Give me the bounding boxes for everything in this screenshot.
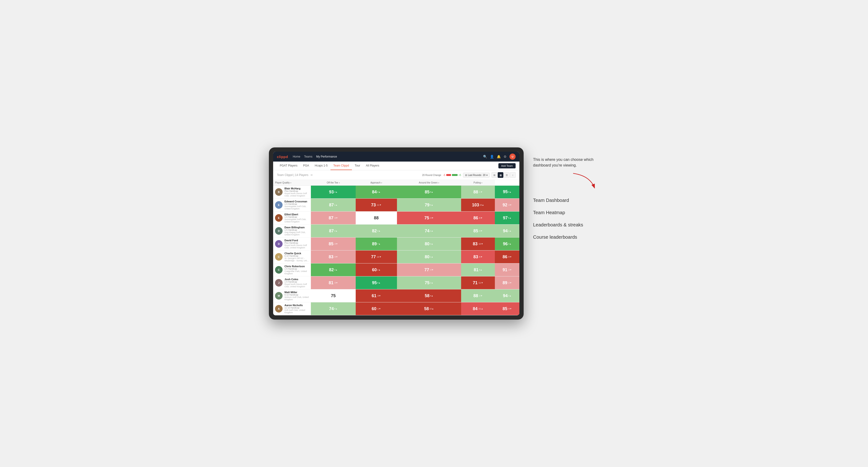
score-cell-0-2: 858▲ [397, 186, 461, 198]
score-cell-6-1: 602▲ [356, 263, 397, 276]
bell-icon[interactable]: 🔔 [497, 155, 501, 158]
score-cell-4-4: 963▲ [495, 238, 519, 250]
team-title: Team Clippd | 14 Players [277, 173, 308, 177]
score-cell-7-4: 89-2▼ [495, 276, 519, 289]
score-cell-6-3: 814▲ [461, 263, 495, 276]
table-row: JJosh Coles1-5 HandicapRoyal North Devon… [273, 276, 519, 289]
edit-icon[interactable]: ✏ [311, 174, 313, 177]
score-value: 81 [329, 280, 333, 285]
score-change: -21▲ [478, 308, 483, 310]
player-name: Chris Robertson [284, 265, 309, 268]
score-change: -8▼ [508, 256, 512, 258]
avatar: E [275, 214, 283, 222]
score-change: 5▲ [508, 217, 512, 219]
player-cell-8[interactable]: MMatt Miller6-10 HandicapWoburn Golf Clu… [273, 289, 311, 302]
tab-tour[interactable]: Tour [352, 161, 363, 170]
score-cell-5-4: 86-8▼ [495, 250, 519, 263]
score-value: 74 [425, 228, 430, 234]
score-change: 1▲ [508, 230, 512, 232]
score-change: 3▲ [508, 294, 512, 297]
sub-nav: PGAT Players PGA Hcaps 1-5 Team Clippd T… [273, 161, 519, 170]
col-around-green[interactable]: Around the Green ▾ [397, 180, 461, 186]
score-value: 77 [371, 254, 376, 259]
avatar: A [275, 305, 283, 312]
last-rounds-button[interactable]: ⊟ Last Rounds: 20 ▾ [463, 173, 490, 178]
col-off-tee[interactable]: Off the Tee ▾ [311, 180, 356, 186]
score-cell-3-2: 741▲ [397, 224, 461, 238]
score-value: 85 [503, 306, 507, 311]
score-cell-3-0: 874▲ [311, 224, 356, 238]
score-value: 86 [503, 254, 507, 259]
score-change: 3▲ [508, 243, 512, 245]
profile-icon[interactable]: 👤 [490, 155, 494, 158]
score-change: -4▼ [508, 308, 512, 310]
nav-teams[interactable]: Teams [304, 154, 312, 159]
score-value: 58 [424, 306, 429, 311]
page-wrapper: clippd Home Teams My Performance 🔍 👤 🔔 ⚙… [269, 148, 599, 319]
score-value: 82 [329, 268, 334, 272]
heatmap-view-button[interactable]: ▦ [498, 172, 503, 178]
neg-label: -5 [443, 174, 445, 177]
tab-team-clippd[interactable]: Team Clippd [331, 161, 352, 170]
score-change: 4▲ [334, 230, 338, 232]
score-cell-8-3: 88-2▼ [461, 289, 495, 302]
score-change: -6▼ [478, 217, 483, 219]
player-cell-1[interactable]: EEdward Crossman1-5 HandicapSunningdale … [273, 198, 311, 212]
add-team-button[interactable]: Add Team [498, 163, 516, 168]
avatar: C [275, 253, 283, 261]
score-change: -3▼ [508, 269, 512, 271]
player-info: Josh Coles1-5 HandicapRoyal North Devon … [284, 278, 309, 288]
avatar: C [275, 266, 283, 274]
player-cell-7[interactable]: JJosh Coles1-5 HandicapRoyal North Devon… [273, 276, 311, 289]
nav-home[interactable]: Home [293, 154, 300, 159]
player-cell-5[interactable]: CCharlie Quick6-10 HandicapSt. George's … [273, 250, 311, 263]
score-cell-7-3: 71-11▼ [461, 276, 495, 289]
search-icon[interactable]: 🔍 [483, 155, 487, 158]
score-cell-6-0: 823▲ [311, 263, 356, 276]
player-cell-3[interactable]: DDave Billingham1-5 HandicapGog Magog Go… [273, 224, 311, 238]
col-player-quality[interactable]: Player Quality ▾ [273, 180, 311, 186]
settings-icon[interactable]: ⚙ [503, 155, 507, 158]
list-view-button[interactable]: ☰ [504, 172, 509, 178]
score-change: -3▼ [334, 256, 338, 258]
player-handicap: 6-10 Handicap [284, 255, 309, 257]
col-approach[interactable]: Approach ▾ [356, 180, 397, 186]
player-cell-2[interactable]: EElliot Ebert1-5 HandicapSunningdale Gol… [273, 212, 311, 224]
player-name: David Ford [284, 239, 309, 242]
player-cell-9[interactable]: AAaron Nicholls11-15 HandicapDrift Golf … [273, 302, 311, 315]
player-name: Dave Billingham [284, 226, 309, 229]
col-putting[interactable]: Putting ▾ [461, 180, 495, 186]
score-change: -3▼ [377, 294, 381, 297]
player-club: Gog Magog Golf Club, United Kingdom [284, 231, 309, 236]
score-cell-8-2: 584▲ [397, 289, 461, 302]
score-value: 80 [425, 254, 430, 259]
score-change: -2▼ [508, 282, 512, 284]
score-value: 103 [472, 203, 479, 208]
player-cell-4[interactable]: DDavid FordPlus HandicapRoyal North Devo… [273, 238, 311, 250]
tab-all-players[interactable]: All Players [363, 161, 382, 170]
avatar[interactable]: U [509, 154, 516, 160]
tab-pgat-players[interactable]: PGAT Players [277, 161, 300, 170]
score-change: -14▼ [376, 256, 381, 258]
tab-pga[interactable]: PGA [300, 161, 312, 170]
score-value: 94 [503, 228, 507, 234]
score-value: 84 [473, 306, 478, 311]
table-header-row: Player Quality ▾ Off the Tee ▾ Approach … [273, 180, 519, 186]
annotation-tooltip: This is where you can choose which dashb… [533, 157, 599, 190]
score-value: 85 [473, 228, 478, 234]
score-cell-4-1: 897▲ [356, 238, 397, 250]
score-change: -11▼ [376, 204, 381, 206]
player-cell-0[interactable]: BBlair McHargPlus HandicapRoyal North De… [273, 186, 311, 198]
score-change: 1▲ [430, 256, 433, 258]
score-change: -3▼ [478, 230, 483, 232]
filter-button[interactable]: ↕ [510, 172, 516, 178]
player-club: Sunningdale Golf Club, United Kingdom [284, 205, 309, 210]
score-change: 2▲ [377, 269, 380, 271]
score-value: 87 [329, 228, 334, 234]
nav-my-performance[interactable]: My Performance [316, 154, 337, 159]
tab-hcaps[interactable]: Hcaps 1-5 [312, 161, 331, 170]
player-cell-6[interactable]: CChris Robertson1-5 HandicapCraigmillar … [273, 263, 311, 276]
score-cell-9-4: 85-4▼ [495, 302, 519, 315]
score-cell-1-4: 92-3▼ [495, 198, 519, 212]
grid-view-button[interactable]: ⊞ [492, 172, 497, 178]
